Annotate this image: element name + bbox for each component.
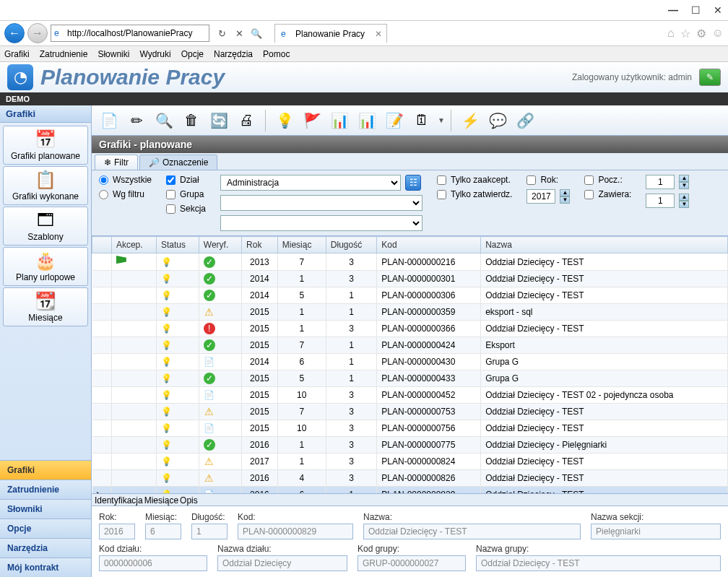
refresh-icon[interactable]: ✕ bbox=[231, 25, 247, 41]
column-header[interactable]: Długość bbox=[326, 237, 376, 253]
table-row[interactable]: 💡✓201413PLAN-0000000301Oddział Dziecięcy… bbox=[92, 271, 728, 287]
chk-zawiera[interactable] bbox=[584, 190, 594, 199]
table-row[interactable]: 💡⚠201643PLAN-0000000826Oddział Dziecięcy… bbox=[92, 470, 728, 487]
rok-up[interactable]: ▲ bbox=[560, 189, 570, 196]
toolbar-button[interactable]: 📊 bbox=[355, 109, 378, 132]
search-icon[interactable]: 🔍 bbox=[248, 25, 264, 41]
edit-mode-button[interactable]: ✎ bbox=[699, 69, 721, 86]
settings-icon[interactable]: ⚙ bbox=[696, 27, 706, 40]
sidebar-item-grafiki-wykonane[interactable]: 📋Grafiki wykonane bbox=[3, 166, 88, 205]
smile-icon[interactable]: ☺ bbox=[712, 27, 724, 40]
sidebar-item-miesiące[interactable]: 📆Miesiące bbox=[3, 287, 88, 326]
table-row[interactable]: 💡✓201571PLAN-0000000424Eksport bbox=[92, 337, 728, 354]
nav-słowniki[interactable]: Słowniki bbox=[0, 499, 91, 519]
menu-grafiki[interactable]: Grafiki bbox=[4, 49, 30, 59]
dtab-miesiace[interactable]: Miesiące bbox=[144, 495, 178, 506]
column-header[interactable]: Kod bbox=[377, 237, 481, 253]
tab-oznaczenie[interactable]: 🔎 Oznaczenie bbox=[139, 155, 217, 170]
tab-close-icon[interactable]: ✕ bbox=[375, 29, 382, 39]
table-row[interactable]: 💡⚠201511PLAN-0000000359eksport - sql bbox=[92, 304, 728, 321]
nav-narzędzia[interactable]: Narzędzia bbox=[0, 538, 91, 558]
table-row[interactable]: ▶💡📄201661PLAN-0000000829Oddział Dziecięc… bbox=[92, 487, 728, 494]
home-icon[interactable]: ⌂ bbox=[667, 27, 675, 40]
toolbar-button[interactable]: ✏ bbox=[125, 109, 148, 132]
nav-opcje[interactable]: Opcje bbox=[0, 519, 91, 538]
toolbar-button[interactable]: 📝 bbox=[383, 109, 406, 132]
menu-wydruki[interactable]: Wydruki bbox=[139, 49, 170, 59]
select-grupa[interactable] bbox=[220, 195, 422, 211]
menu-slowniki[interactable]: Słowniki bbox=[98, 49, 129, 59]
nav-grafiki[interactable]: Grafiki bbox=[0, 460, 91, 480]
window-maximize-button[interactable]: ☐ bbox=[691, 4, 701, 16]
table-row[interactable]: 💡⚠201573PLAN-0000000753Oddział Dziecięcy… bbox=[92, 404, 728, 420]
chk-tylko-zaakcept[interactable] bbox=[437, 175, 446, 185]
nav-zatrudnienie[interactable]: Zatrudnienie bbox=[0, 480, 91, 499]
chk-grupa[interactable] bbox=[166, 190, 176, 199]
url-input[interactable] bbox=[67, 28, 206, 38]
spin-zawiera[interactable] bbox=[646, 194, 675, 208]
toolbar-button[interactable]: 🚩 bbox=[300, 109, 324, 132]
dtab-identyfikacja[interactable]: Identyfikacja bbox=[95, 495, 143, 506]
table-row[interactable]: 💡✓201451PLAN-0000000306Oddział Dziecięcy… bbox=[92, 287, 728, 304]
toolbar-button[interactable]: 📄 bbox=[98, 109, 121, 132]
toolbar-button[interactable]: 🖨 bbox=[235, 109, 258, 132]
menu-zatrudnienie[interactable]: Zatrudnienie bbox=[40, 49, 88, 59]
radio-wg-filtru[interactable] bbox=[99, 190, 108, 199]
table-row[interactable]: 💡📄2015103PLAN-0000000452Oddział Dziecięc… bbox=[92, 387, 728, 404]
select-sekcja[interactable] bbox=[220, 215, 422, 231]
det-nazwa-sekcji bbox=[591, 524, 721, 539]
chk-tylko-zatwierdz[interactable] bbox=[437, 190, 446, 199]
toolbar-button[interactable]: ⚡ bbox=[459, 109, 482, 132]
table-row[interactable]: 💡✓201613PLAN-0000000775Oddział Dziecięcy… bbox=[92, 437, 728, 454]
column-header[interactable]: Miesiąc bbox=[277, 237, 326, 253]
toolbar-button[interactable]: 💡 bbox=[273, 109, 296, 132]
toolbar-button[interactable]: 🔍 bbox=[152, 109, 176, 132]
column-header[interactable]: Weryf. bbox=[199, 237, 241, 253]
toolbar-button[interactable]: 🗑 bbox=[180, 109, 203, 132]
menu-opcje[interactable]: Opcje bbox=[181, 49, 204, 59]
chk-sekcja[interactable] bbox=[166, 204, 176, 214]
table-row[interactable]: 💡!201513PLAN-0000000366Oddział Dziecięcy… bbox=[92, 321, 728, 337]
menu-narzedzia[interactable]: Narzędzia bbox=[214, 49, 253, 59]
data-grid[interactable]: Akcep.StatusWeryf.RokMiesiącDługośćKodNa… bbox=[92, 236, 728, 493]
column-header[interactable]: Akcep. bbox=[111, 237, 156, 253]
column-header[interactable]: Rok bbox=[242, 237, 278, 253]
spin-pocz[interactable] bbox=[646, 175, 675, 189]
spin-rok[interactable] bbox=[526, 189, 555, 204]
nav-mój-kontrakt[interactable]: Mój kontrakt bbox=[0, 558, 91, 577]
chk-dzial[interactable] bbox=[166, 175, 176, 185]
org-tree-button[interactable]: ☷ bbox=[405, 175, 421, 191]
window-close-button[interactable]: ✕ bbox=[714, 4, 722, 16]
table-row[interactable]: 💡✓201551PLAN-0000000433Grupa G bbox=[92, 370, 728, 387]
stop-icon[interactable]: ↻ bbox=[214, 25, 230, 41]
favorites-icon[interactable]: ☆ bbox=[680, 27, 690, 40]
window-minimize-button[interactable]: — bbox=[668, 4, 678, 16]
select-dzial[interactable]: Administracja bbox=[220, 175, 401, 191]
table-row[interactable]: 💡📄2015103PLAN-0000000756Oddział Dziecięc… bbox=[92, 420, 728, 437]
dtab-opis[interactable]: Opis bbox=[180, 495, 198, 506]
browser-tab[interactable]: e Planowanie Pracy ✕ bbox=[274, 24, 387, 43]
sidebar-item-plany-urlopowe[interactable]: 🎂Plany urlopowe bbox=[3, 247, 88, 286]
table-row[interactable]: 💡✓201373PLAN-0000000216Oddział Dziecięcy… bbox=[92, 253, 728, 271]
radio-wszystkie[interactable] bbox=[99, 175, 108, 185]
sidebar-item-grafiki-planowane[interactable]: 📅Grafiki planowane bbox=[3, 126, 88, 165]
toolbar-button[interactable]: 🗓 bbox=[410, 109, 433, 132]
url-field[interactable]: e bbox=[51, 25, 209, 42]
browser-forward-button[interactable]: → bbox=[27, 23, 48, 43]
toolbar-button[interactable]: 📊 bbox=[328, 109, 351, 132]
table-row[interactable]: 💡📄201461PLAN-0000000430Grupa G bbox=[92, 354, 728, 370]
toolbar-button[interactable]: 💬 bbox=[486, 109, 509, 132]
table-row[interactable]: 💡⚠201713PLAN-0000000824Oddział Dziecięcy… bbox=[92, 454, 728, 470]
column-header[interactable]: Nazwa bbox=[481, 237, 728, 253]
chk-pocz[interactable] bbox=[584, 175, 594, 185]
column-header[interactable] bbox=[92, 237, 112, 253]
chk-rok[interactable] bbox=[526, 175, 536, 185]
rok-down[interactable]: ▼ bbox=[560, 196, 570, 204]
toolbar-button[interactable]: 🔗 bbox=[514, 109, 537, 132]
sidebar-item-szablony[interactable]: 🗔Szablony bbox=[3, 207, 88, 246]
tab-filtr[interactable]: ❄ Filtr bbox=[95, 155, 138, 170]
column-header[interactable]: Status bbox=[156, 237, 199, 253]
toolbar-button[interactable]: 🔄 bbox=[207, 109, 230, 132]
menu-pomoc[interactable]: Pomoc bbox=[263, 49, 290, 59]
browser-back-button[interactable]: ← bbox=[4, 23, 25, 43]
